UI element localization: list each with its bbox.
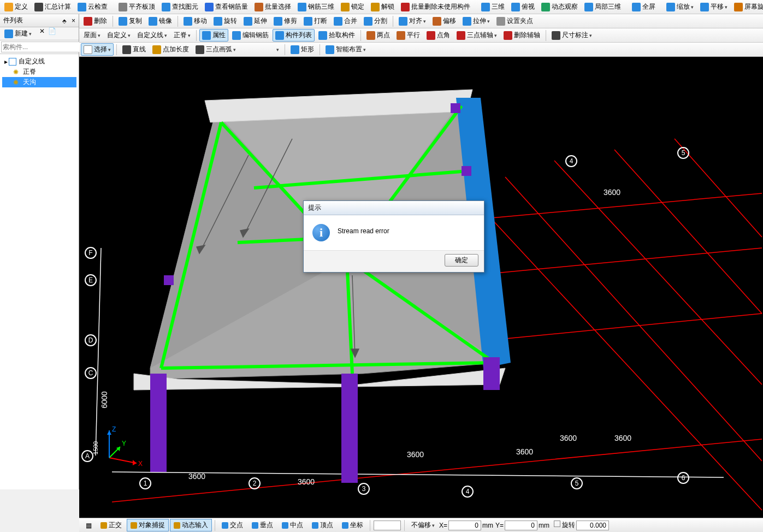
tb1-平齐板顶[interactable]: 平齐板顶 [116,1,158,13]
tb1-局部三维[interactable]: 局部三维 [582,1,624,13]
tb3-两点[interactable]: 两点 [364,29,393,42]
grid-label-2: 2 [249,477,261,489]
ok-button[interactable]: 确定 [445,254,478,267]
gear-icon: ✺ [13,68,21,76]
dialog-body: i Stream read error [304,215,484,250]
dialog-footer: 确定 [304,250,484,272]
tb1-全屏[interactable]: 全屏 [629,1,658,13]
status-动态输入[interactable]: 动态输入 [170,519,212,531]
tb4-点加长度[interactable]: 点加长度 [150,43,192,56]
status-正交[interactable]: 正交 [97,519,126,531]
tb1-平移[interactable]: 平移▾ [697,1,730,13]
tb2-旋转[interactable]: 旋转 [211,15,240,27]
grid-label-c: C [85,367,97,379]
tb2-修剪[interactable]: 修剪 [271,15,300,27]
tb1-云检查[interactable]: 云检查 [75,1,110,13]
axis-y: Y [122,440,126,447]
new-button[interactable]: 新建 ▾ [0,27,36,40]
tb2-合并[interactable]: 合并 [331,15,360,27]
tb3-属性[interactable]: 属性 [199,29,228,42]
snap-垂点[interactable]: 垂点 [248,519,277,531]
rotate-checkbox[interactable] [554,521,560,527]
snap-坐标[interactable]: 坐标 [338,519,367,531]
snap-顶点[interactable]: 顶点 [308,519,337,531]
tb4-直线[interactable]: 直线 [120,43,149,56]
tb1-三维[interactable]: 三维 [478,1,507,13]
tree-正脊[interactable]: ✺正脊 [2,67,76,77]
dd-自定义[interactable]: 自定义▾ [104,29,133,42]
y-input[interactable] [505,521,537,530]
icon [326,45,334,54]
tb2-复制[interactable]: 复制 [116,15,145,27]
tb2-删除[interactable]: 删除 [81,15,110,27]
tb4-矩形[interactable]: 矩形 [288,43,317,56]
dd-自定义线[interactable]: 自定义线▾ [134,29,170,42]
tb1-查找图元[interactable]: 查找图元 [159,1,201,13]
grid-label-1: 1 [139,477,151,489]
icon [397,31,405,40]
svg-line-8 [112,439,762,502]
close-icon[interactable]: × [72,17,75,25]
status-对象捕捉[interactable]: 对象捕捉 [127,519,169,531]
tb2-偏移[interactable]: 偏移 [430,15,459,27]
tb2-分割[interactable]: 分割 [361,15,390,27]
tb2-移动[interactable]: 移动 [181,15,210,27]
tb2-镜像[interactable]: 镜像 [146,15,175,27]
tb3-拾取构件[interactable]: 拾取构件 [316,29,358,42]
tb2-对齐[interactable]: 对齐▾ [396,15,429,27]
select-button[interactable]: 选择▾ [81,43,114,56]
icon [312,522,318,529]
empty-input[interactable] [374,521,401,530]
tb3-尺寸标注[interactable]: 尺寸标注▾ [549,29,595,42]
icon [334,17,342,26]
grid-icon[interactable]: ▦ [82,520,96,531]
tb1-查看钢筋量[interactable]: 查看钢筋量 [202,1,251,13]
tb3-编辑钢筋[interactable]: 编辑钢筋 [229,29,271,42]
rotate-input[interactable] [576,521,609,530]
tb1-锁定[interactable]: 锁定 [338,1,367,13]
tb1-批量删除未使用构件[interactable]: 批量删除未使用构件 [398,1,473,13]
icon [511,3,520,11]
dd-正脊[interactable]: 正脊▾ [171,29,193,42]
delete-icon[interactable]: ✕ [39,27,45,40]
tb1-定义[interactable]: 定义 [2,1,31,13]
axis-z: Z [112,425,116,433]
tb3-点角[interactable]: 点角 [424,29,453,42]
tb1-汇总计算[interactable]: 汇总计算 [32,1,74,13]
tree-天沟[interactable]: ✺天沟 [2,77,76,87]
tb2-设置夹点[interactable]: 设置夹点 [494,15,536,27]
icon [131,522,137,529]
3d-viewport[interactable]: F E D C A 1 2 3 4 5 6 4 5 3600 3600 3600… [79,57,763,518]
offset-dropdown[interactable]: 不偏移▾ [407,519,439,531]
tb2-延伸[interactable]: 延伸 [241,15,270,27]
tb3-构件列表[interactable]: 构件列表 [273,29,315,42]
x-input[interactable] [448,521,481,530]
tb1-屏幕旋转[interactable]: 屏幕旋转▾ [731,1,763,13]
tb3-平行[interactable]: 平行 [394,29,423,42]
tb4-三点画弧[interactable]: 三点画弧▾ [193,43,239,56]
tb3-删除辅轴[interactable]: 删除辅轴 [501,29,543,42]
tree-自定义线[interactable]: ▸自定义线 [2,56,76,67]
icon [666,3,675,11]
empty-dropdown[interactable]: ▾ [240,45,282,54]
snap-中点[interactable]: 中点 [278,519,307,531]
tb2-拉伸[interactable]: 拉伸▾ [460,15,493,27]
tb1-解锁[interactable]: 解锁 [368,1,397,13]
pin-icon[interactable]: ⬘ [62,18,67,24]
tb1-俯视[interactable]: 俯视 [508,1,537,13]
tb2-打断[interactable]: 打断 [301,15,330,27]
tb1-批量选择[interactable]: 批量选择 [252,1,294,13]
tb4-智能布置[interactable]: 智能布置▾ [323,43,369,56]
svg-line-3 [614,150,762,314]
gear-icon: ✺ [13,79,21,86]
tb1-缩放[interactable]: 缩放▾ [664,1,696,13]
search-input[interactable] [1,42,86,52]
dd-屋面[interactable]: 屋面▾ [81,29,103,42]
tb1-钢筋三维[interactable]: 钢筋三维 [295,1,337,13]
main-toolbar-1: 定义汇总计算云检查平齐板顶查找图元查看钢筋量批量选择钢筋三维锁定解锁批量删除未使… [0,0,763,14]
tb1-动态观察[interactable]: 动态观察 [539,1,581,13]
copy-icon[interactable]: 📄 [48,27,56,40]
tb3-三点辅轴[interactable]: 三点辅轴▾ [454,29,500,42]
snap-交点[interactable]: 交点 [218,519,247,531]
dialog-title[interactable]: 提示 [304,201,484,215]
